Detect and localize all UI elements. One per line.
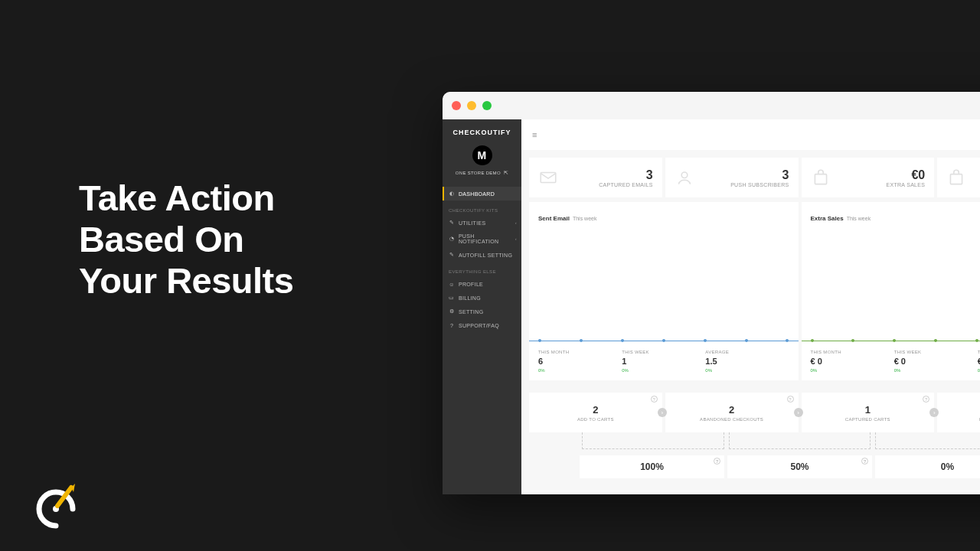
svg-rect-3: [815, 174, 826, 184]
chevron-left-icon: ‹: [515, 236, 517, 241]
minimize-icon[interactable]: [467, 101, 476, 110]
users-icon: [675, 168, 694, 187]
gear-icon: ⚙: [449, 308, 455, 315]
store-badge[interactable]: M ONE STORE DEMO ⇱: [443, 139, 521, 184]
svg-rect-1: [541, 173, 556, 183]
maximize-icon[interactable]: [482, 101, 492, 110]
app-window: CHECKOUTIFY M ONE STORE DEMO ⇱ ◐ DASHBOA…: [443, 92, 980, 494]
mini-pct: 0%: [894, 368, 978, 373]
mini-label: THIS MONTH: [811, 350, 894, 354]
sidebar-item-billing[interactable]: ▭ BILLING: [443, 291, 521, 305]
sidebar-heading-else: EVERYTHING ELSE: [443, 262, 521, 277]
chart-points: [802, 339, 981, 344]
funnel-label: CAPTURED CARTS: [845, 417, 890, 422]
mini-pct: 0%: [622, 368, 705, 373]
mini-value: 6: [538, 357, 622, 366]
marketing-headline: Take Action Based On Your Results: [79, 178, 293, 302]
stat-value: €34.14: [974, 168, 980, 182]
sidebar-nav: ◐ DASHBOARD CHECKOUTIFY KITS ✎ UTILITIES…: [443, 184, 521, 332]
stats-row: 3 CAPTURED EMAILS 3 PUSH SUBSCRIBERS: [529, 158, 980, 197]
sidebar-item-push[interactable]: ◔ PUSH NOTIFICATION ‹: [443, 230, 521, 248]
store-avatar: M: [472, 145, 492, 165]
sidebar-item-autofill[interactable]: ✎ AUTOFILL SETTING: [443, 248, 521, 262]
mini-pct: 0%: [538, 368, 622, 373]
funnel-recovered: ? 0 RECOVERED CARTS: [937, 393, 980, 432]
pct-value: 0%: [941, 461, 954, 472]
close-icon[interactable]: [452, 101, 461, 110]
stat-value: 3: [702, 168, 789, 182]
stat-extra-sales: €0 EXTRA SALES: [802, 158, 935, 197]
panel-subtitle: This week: [573, 216, 597, 221]
funnel-connectors: [529, 432, 980, 455]
stat-captured-emails: 3 CAPTURED EMAILS: [529, 158, 662, 197]
sidebar-item-utilities[interactable]: ✎ UTILITIES ‹: [443, 216, 521, 230]
hamburger-icon[interactable]: ≡: [532, 130, 537, 139]
funnel-row: ? 2 ADD TO CARTS › ? 2 ABANDONED CHECKOU…: [529, 393, 980, 432]
stat-label: PUSH SUBSCRIBERS: [702, 182, 789, 187]
sidebar-item-label: SETTING: [459, 309, 483, 315]
sidebar-heading-kits: CHECKOUTIFY KITS: [443, 201, 521, 216]
percent-row: 100% ? 50% ? 0% ?: [529, 455, 980, 478]
pct-card-3: 0% ?: [875, 455, 980, 478]
sidebar-item-label: SUPPORT/FAQ: [459, 323, 499, 328]
mini-value: € 0: [811, 357, 894, 366]
main-area: ≡ One Store Demo 3 CAPTURED EMAILS: [521, 119, 980, 494]
panel-sent-email: Sent EmailThis week: [529, 202, 799, 344]
panel-subtitle: This week: [847, 216, 871, 221]
mini-stats-right: THIS MONTH€ 00% THIS WEEK€ 00% TODAY€ 00…: [802, 344, 981, 380]
card-icon: ▭: [449, 295, 455, 301]
bell-icon: ◔: [449, 236, 455, 242]
sidebar-item-profile[interactable]: ☺ PROFILE: [443, 277, 521, 291]
headline-line-2: Based On: [79, 219, 293, 260]
arrow-right-icon: ›: [929, 408, 939, 417]
pencil-icon: ✎: [449, 252, 455, 258]
store-name: ONE STORE DEMO: [456, 171, 501, 175]
arrow-right-icon: ›: [658, 408, 667, 417]
stat-lost-revenue: €34.14 LOST REVENUE: [937, 158, 980, 197]
bag-icon: [811, 168, 831, 187]
external-link-icon[interactable]: ⇱: [504, 170, 508, 176]
sidebar-item-label: DASHBOARD: [459, 191, 495, 197]
panel-extra-sales: Extra SalesThis week: [802, 202, 981, 344]
sidebar-item-label: BILLING: [459, 295, 481, 301]
help-icon: ?: [449, 322, 455, 328]
sidebar-item-dashboard[interactable]: ◐ DASHBOARD: [443, 187, 521, 201]
mini-pct: 0%: [811, 368, 894, 373]
help-icon[interactable]: ?: [861, 458, 868, 465]
stat-value: 3: [566, 168, 653, 182]
mini-value: 1.5: [705, 357, 789, 366]
mini-stats-left: THIS MONTH60% THIS WEEK10% AVERAGE1.50%: [529, 344, 799, 380]
pct-value: 100%: [640, 461, 664, 472]
stat-label: CAPTURED EMAILS: [566, 182, 653, 187]
help-icon[interactable]: ?: [787, 396, 794, 403]
mini-label: THIS WEEK: [622, 350, 705, 354]
user-icon: ☺: [449, 281, 455, 287]
help-icon[interactable]: ?: [651, 396, 658, 403]
help-icon[interactable]: ?: [714, 458, 720, 465]
help-icon[interactable]: ?: [923, 396, 929, 403]
funnel-label: ADD TO CARTS: [577, 417, 614, 422]
app-brand: CHECKOUTIFY: [443, 119, 521, 139]
arrow-right-icon: ›: [794, 408, 803, 417]
stat-push-subscribers: 3 PUSH SUBSCRIBERS: [665, 158, 799, 197]
sidebar-item-setting[interactable]: ⚙ SETTING: [443, 305, 521, 318]
funnel-abandoned: ? 2 ABANDONED CHECKOUTS ›: [665, 393, 799, 432]
gauge-icon: ◐: [449, 191, 455, 197]
mini-value: € 0: [894, 357, 978, 366]
mini-label: AVERAGE: [705, 350, 789, 354]
panel-title: Sent Email: [538, 215, 570, 222]
stat-value: €0: [838, 168, 926, 182]
funnel-captured: ? 1 CAPTURED CARTS ›: [802, 393, 935, 432]
pct-card-1: 100% ?: [580, 455, 724, 478]
headline-line-3: Your Results: [79, 260, 293, 302]
svg-rect-4: [951, 174, 962, 184]
svg-point-2: [681, 172, 688, 178]
mini-label: THIS WEEK: [894, 350, 978, 354]
sidebar-item-support[interactable]: ? SUPPORT/FAQ: [443, 318, 521, 332]
funnel-add-to-carts: ? 2 ADD TO CARTS ›: [529, 393, 662, 432]
chart-points: [529, 339, 799, 344]
funnel-value: 2: [593, 404, 598, 416]
headline-line-1: Take Action: [79, 178, 293, 219]
topbar: ≡ One Store Demo: [521, 119, 980, 150]
brand-logo-icon: [33, 478, 79, 532]
